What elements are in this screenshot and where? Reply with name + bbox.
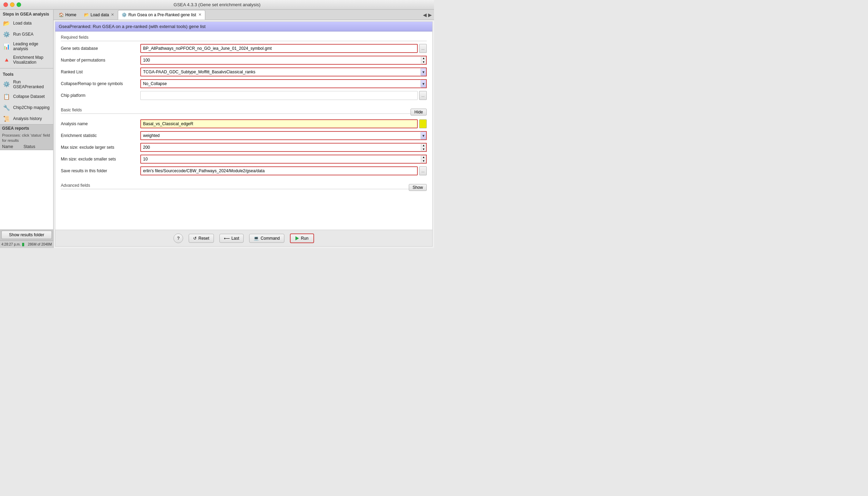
show-advanced-fields-button[interactable]: Show xyxy=(409,184,427,191)
app-title: GSEA 4.3.3 (Gene set enrichment analysis… xyxy=(173,2,260,7)
sidebar-item-label: Analysis history xyxy=(13,116,42,121)
max-size-spinner-btns: ▲ ▼ xyxy=(421,143,427,152)
sidebar-item-label: Leading edge analysis xyxy=(13,42,50,52)
required-fields-title: Required fields xyxy=(61,35,427,41)
min-size-spinner-btns: ▲ ▼ xyxy=(421,155,427,164)
gsea-reports-header: GSEA reports xyxy=(0,125,53,132)
command-button[interactable]: 💻 Command xyxy=(249,234,284,243)
advanced-fields-title: Advanced fields xyxy=(61,183,409,189)
num-permutations-row: Number of permutations ▲ ▼ xyxy=(61,56,427,65)
sidebar-item-label: Run GSEAPreranked xyxy=(13,80,50,90)
show-results-folder-button[interactable]: Show results folder xyxy=(1,231,52,239)
enrichment-map-icon: 🔺 xyxy=(3,56,10,64)
save-results-label: Save results in this folder xyxy=(61,168,137,173)
reset-label: Reset xyxy=(198,236,209,241)
tab-prev-button[interactable]: ◀ xyxy=(423,12,427,18)
save-results-control: ... xyxy=(140,166,427,175)
tab-load-data-close[interactable]: ✕ xyxy=(111,12,114,17)
run-gsea-icon: ⚙️ xyxy=(3,30,10,38)
min-size-input[interactable] xyxy=(140,155,421,164)
max-size-down[interactable]: ▼ xyxy=(421,147,426,151)
last-label: Last xyxy=(232,236,239,241)
tab-load-data-icon: 📂 xyxy=(84,12,89,17)
ranked-list-dropdown-button[interactable]: ▼ xyxy=(421,67,427,76)
enrichment-statistic-label: Enrichment statistic xyxy=(61,133,137,138)
sidebar-item-label: Chip2Chip mapping xyxy=(13,105,49,110)
enrichment-statistic-dropdown-button[interactable]: ▼ xyxy=(421,131,427,140)
tab-run-preranked-label: Run Gsea on a Pre-Ranked gene list xyxy=(128,12,196,17)
num-permutations-up[interactable]: ▲ xyxy=(421,56,426,60)
tab-next-button[interactable]: ▶ xyxy=(428,12,432,18)
help-button[interactable]: ? xyxy=(173,233,183,243)
tab-home[interactable]: 🏠 Home xyxy=(55,10,80,20)
collapse-remap-dropdown-button[interactable]: ▼ xyxy=(421,79,427,88)
sidebar-item-leading-edge[interactable]: 📊 Leading edge analysis xyxy=(0,40,53,53)
chip-platform-browse-button[interactable]: ... xyxy=(419,91,427,100)
gene-sets-label: Gene sets database xyxy=(61,46,137,51)
num-permutations-down[interactable]: ▼ xyxy=(421,60,426,64)
run-icon xyxy=(295,236,299,240)
save-results-browse-button[interactable]: ... xyxy=(419,166,427,175)
analysis-name-input[interactable] xyxy=(140,119,418,128)
max-size-control: ▲ ▼ xyxy=(140,143,427,152)
load-data-icon: 📂 xyxy=(3,19,10,27)
status-bar: 4:28:27 p.m. Jun. 10, 2024 4:15:02 P.M. … xyxy=(0,240,53,248)
collapse-remap-row: Collapse/Remap to gene symbols ▼ xyxy=(61,79,427,88)
sidebar-item-label: Collapse Dataset xyxy=(13,94,45,99)
tab-run-preranked-close[interactable]: ✕ xyxy=(198,12,201,17)
reset-button[interactable]: ↺ Reset xyxy=(189,234,214,243)
min-size-label: Min size: exclude smaller sets xyxy=(61,157,137,162)
ranked-list-input[interactable] xyxy=(140,67,421,76)
chip-platform-label: Chip platform xyxy=(61,93,137,98)
ranked-list-select-wrapper: ▼ xyxy=(140,67,427,76)
max-size-input[interactable] xyxy=(140,143,421,152)
analysis-name-label: Analysis name xyxy=(61,121,137,126)
run-button[interactable]: Run xyxy=(290,233,314,243)
gene-sets-browse-button[interactable]: ... xyxy=(419,44,427,53)
basic-fields-header-row: Basic fields Hide xyxy=(61,108,427,117)
sidebar-item-collapse-dataset[interactable]: 📋 Collapse Dataset xyxy=(0,91,53,102)
gene-sets-row: Gene sets database ... xyxy=(61,44,427,53)
window-controls[interactable] xyxy=(3,2,21,7)
tab-bar: 🏠 Home 📂 Load data ✕ ⚙️ Run Gsea on a Pr… xyxy=(54,10,434,20)
sidebar-item-chip2chip[interactable]: 🔧 Chip2Chip mapping xyxy=(0,102,53,113)
save-results-input[interactable] xyxy=(140,166,418,175)
tab-run-preranked-icon: ⚙️ xyxy=(122,12,127,17)
chip-platform-control: ... xyxy=(140,91,427,100)
max-size-row: Max size: exclude larger sets ▲ ▼ xyxy=(61,143,427,152)
title-bar: GSEA 4.3.3 (Gene set enrichment analysis… xyxy=(0,0,434,10)
max-size-up[interactable]: ▲ xyxy=(421,144,426,147)
min-size-down[interactable]: ▼ xyxy=(421,159,426,163)
chip-platform-input[interactable] xyxy=(140,91,418,100)
collapse-remap-control: ▼ xyxy=(140,79,427,88)
sidebar-item-run-gsea[interactable]: ⚙️ Run GSEA xyxy=(0,29,53,40)
collapse-remap-label: Collapse/Remap to gene symbols xyxy=(61,81,137,86)
last-button[interactable]: ⟵ Last xyxy=(219,234,244,243)
sidebar-item-analysis-history[interactable]: 📜 Analysis history xyxy=(0,113,53,124)
num-permutations-input[interactable] xyxy=(140,56,421,65)
enrichment-statistic-input[interactable] xyxy=(140,131,421,140)
num-permutations-control: ▲ ▼ xyxy=(140,56,427,65)
gsea-table-header: Name Status xyxy=(0,144,53,150)
hide-basic-fields-button[interactable]: Hide xyxy=(411,109,427,116)
status-indicator xyxy=(22,243,24,246)
sidebar-item-enrichment-map[interactable]: 🔺 Enrichment Map Visualization xyxy=(0,53,53,67)
minimize-button[interactable] xyxy=(10,2,15,7)
collapse-remap-input[interactable] xyxy=(140,79,421,88)
close-button[interactable] xyxy=(3,2,8,7)
main-panel: GseaPreranked: Run GSEA on a pre-ranked … xyxy=(55,21,433,247)
tab-run-gsea-preranked[interactable]: ⚙️ Run Gsea on a Pre-Ranked gene list ✕ xyxy=(118,10,205,20)
save-results-row: Save results in this folder ... xyxy=(61,166,427,175)
tab-load-data[interactable]: 📂 Load data ✕ xyxy=(80,10,118,20)
sidebar-item-run-gseapreranked[interactable]: ⚙️ Run GSEAPreranked xyxy=(0,78,53,91)
sidebar-item-label: Load data xyxy=(13,21,31,26)
sidebar-item-load-data[interactable]: 📂 Load data xyxy=(0,18,53,29)
min-size-up[interactable]: ▲ xyxy=(421,155,426,159)
leading-edge-icon: 📊 xyxy=(3,43,10,50)
tab-home-label: Home xyxy=(65,12,76,17)
maximize-button[interactable] xyxy=(17,2,21,7)
enrichment-statistic-select-wrapper: ▼ xyxy=(140,131,427,140)
gene-sets-input[interactable] xyxy=(140,44,418,53)
status-memory: 286M of 2048M xyxy=(28,242,52,246)
ranked-list-row: Ranked List ▼ xyxy=(61,67,427,76)
